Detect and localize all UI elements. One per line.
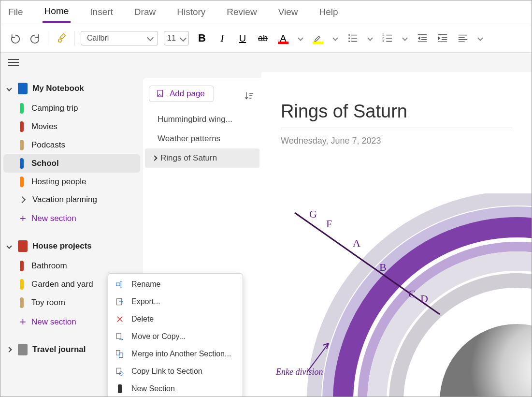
page-weather[interactable]: Weather patterns — [143, 129, 261, 148]
section-school[interactable]: School — [3, 154, 140, 173]
ctx-copy-link[interactable]: Copy Link to Section — [108, 363, 243, 380]
svg-point-2 — [348, 38, 350, 39]
enke-division-label: Enke division — [276, 367, 323, 377]
numbering-dropdown[interactable] — [401, 36, 409, 40]
bold-button[interactable]: B — [195, 29, 209, 48]
plus-icon: + — [20, 316, 24, 328]
chevron-right-icon — [152, 155, 157, 161]
page-date: Wednesday, June 7, 2023 — [281, 136, 512, 146]
notebook-icon — [18, 344, 28, 355]
italic-icon: I — [220, 32, 224, 44]
svg-text:D: D — [420, 293, 428, 305]
notebook-title: House projects — [32, 241, 92, 251]
ctx-rename[interactable]: Rename — [108, 276, 243, 293]
section-camping-trip[interactable]: Camping trip — [0, 99, 143, 118]
outdent-icon — [417, 33, 428, 44]
move-copy-icon — [115, 332, 125, 341]
menu-history[interactable]: History — [175, 3, 207, 21]
highlight-button[interactable] — [311, 29, 325, 48]
undo-button[interactable] — [8, 29, 23, 48]
svg-point-4 — [348, 41, 350, 42]
menu-draw[interactable]: Draw — [132, 3, 158, 21]
section-hosting-people[interactable]: Hosting people — [0, 173, 143, 191]
section-vacation-planning[interactable]: Vacation planning — [0, 191, 143, 208]
section-context-menu: Rename Export... Delete Move or Copy... … — [108, 273, 243, 397]
section-icon — [115, 384, 125, 394]
menu-home[interactable]: Home — [43, 2, 71, 23]
strikethrough-button[interactable]: ab — [256, 29, 270, 48]
indent-button[interactable] — [435, 29, 450, 48]
sort-pages-button[interactable] — [244, 91, 254, 103]
redo-button[interactable] — [28, 29, 42, 48]
svg-text:C: C — [408, 288, 416, 300]
ctx-new-section[interactable]: New Section — [108, 380, 243, 397]
svg-rect-40 — [116, 283, 120, 286]
outdent-button[interactable] — [415, 29, 430, 48]
chevron-down-icon — [6, 243, 12, 249]
menu-file[interactable]: File — [6, 3, 25, 21]
chevron-down-icon — [6, 86, 12, 91]
bullets-dropdown[interactable] — [366, 36, 374, 40]
notebook-header-house-projects[interactable]: House projects — [0, 235, 143, 257]
plus-icon: + — [20, 212, 24, 225]
underline-button[interactable]: U — [235, 29, 250, 48]
section-movies[interactable]: Movies — [0, 118, 143, 136]
add-page-button[interactable]: Add page — [149, 86, 214, 102]
bold-icon: B — [198, 32, 206, 44]
italic-button[interactable]: I — [215, 29, 230, 48]
menu-view[interactable]: View — [276, 3, 300, 21]
section-bathroom[interactable]: Bathroom — [0, 257, 143, 275]
page-content-area[interactable]: Rings of Saturn Wednesday, June 7, 2023 — [261, 72, 532, 397]
section-podcasts[interactable]: Podcasts — [0, 136, 143, 154]
format-painter-button[interactable] — [54, 29, 69, 48]
align-button[interactable] — [456, 29, 470, 48]
numbered-list-icon: 123 — [382, 33, 393, 44]
ribbon-toolbar: Cailbri 11 B I U ab A 123 — [0, 24, 532, 53]
ctx-merge[interactable]: Merge into Another Section... — [108, 345, 243, 363]
svg-text:G: G — [309, 208, 317, 220]
menu-review[interactable]: Review — [225, 3, 259, 21]
indent-icon — [437, 33, 448, 44]
saturn-rings-illustration: G F A B C D — [271, 193, 532, 397]
rename-icon — [115, 279, 125, 289]
sort-icon — [244, 91, 254, 101]
font-size-select[interactable]: 11 — [164, 31, 189, 45]
page-rings-of-saturn[interactable]: Rings of Saturn — [145, 148, 259, 168]
hamburger-menu-icon[interactable] — [8, 57, 19, 68]
export-icon — [115, 297, 125, 307]
new-section-button-1[interactable]: +New section — [0, 208, 143, 229]
redo-icon — [29, 33, 40, 44]
menu-insert[interactable]: Insert — [88, 3, 115, 21]
ctx-delete[interactable]: Delete — [108, 310, 243, 328]
font-size-value: 11 — [167, 34, 176, 43]
svg-rect-45 — [116, 368, 121, 373]
notebook-title: My Notebook — [32, 84, 84, 93]
ctx-move-copy[interactable]: Move or Copy... — [108, 328, 243, 345]
bullets-button[interactable] — [345, 29, 360, 48]
bullets-icon — [347, 33, 358, 44]
page-title[interactable]: Rings of Saturn — [281, 101, 512, 128]
link-icon — [115, 367, 125, 376]
font-family-select[interactable]: Cailbri — [81, 31, 158, 45]
font-color-dropdown[interactable] — [296, 36, 305, 40]
underline-icon: U — [239, 33, 246, 44]
svg-point-31 — [440, 324, 532, 397]
notebook-icon — [18, 240, 28, 252]
font-color-button[interactable]: A — [276, 29, 290, 48]
notebook-title: Travel journal — [32, 345, 86, 354]
paintbrush-icon — [56, 33, 67, 44]
svg-rect-42 — [116, 333, 121, 338]
menu-help[interactable]: Help — [317, 3, 340, 21]
svg-text:B: B — [379, 261, 387, 273]
notebook-header-my-notebook[interactable]: My Notebook — [0, 78, 143, 99]
numbering-button[interactable]: 123 — [380, 29, 395, 48]
chevron-right-icon — [6, 347, 12, 352]
undo-icon — [10, 33, 21, 44]
align-dropdown[interactable] — [476, 36, 485, 40]
page-hummingbird[interactable]: Hummingbird wing... — [143, 110, 261, 129]
font-name-value: Cailbri — [87, 34, 109, 43]
merge-icon — [115, 349, 125, 359]
highlight-dropdown[interactable] — [331, 36, 340, 40]
ctx-export[interactable]: Export... — [108, 293, 243, 310]
svg-point-0 — [348, 34, 350, 36]
